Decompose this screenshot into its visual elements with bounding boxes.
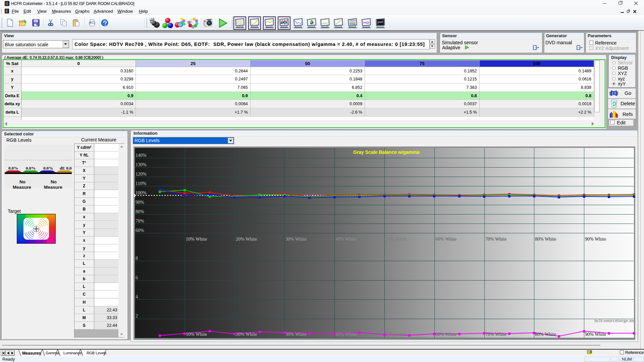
svg-text:20% White: 20% White [236, 237, 257, 242]
svg-text:6: 6 [136, 275, 138, 280]
svg-text:90% White: 90% White [585, 237, 606, 242]
svg-text:130%: 130% [136, 162, 147, 167]
svg-text:80%: 80% [136, 209, 144, 214]
svg-text:50% White: 50% White [385, 237, 407, 242]
svg-text:50% White: 50% White [385, 332, 407, 337]
svg-text:100%: 100% [136, 190, 147, 195]
svg-text:90%: 90% [136, 200, 144, 205]
svg-text:2: 2 [136, 313, 138, 318]
svg-text:60% White: 60% White [435, 237, 457, 242]
svg-text:90% White: 90% White [585, 332, 606, 337]
svg-text:40% White: 40% White [335, 332, 357, 337]
svg-text:4: 4 [136, 294, 138, 299]
svg-text:60% White: 60% White [435, 332, 457, 337]
svg-text:30% White: 30% White [285, 332, 307, 337]
svg-text:10% White: 10% White [186, 332, 207, 337]
svg-text:110%: 110% [136, 181, 146, 186]
svg-text:80% White: 80% White [535, 237, 556, 242]
svg-text:40% White: 40% White [335, 237, 357, 242]
svg-text:60%: 60% [136, 228, 144, 233]
svg-text:80% White: 80% White [535, 332, 556, 337]
svg-text:120%: 120% [136, 172, 147, 177]
svg-text:70%: 70% [136, 219, 144, 224]
svg-text:30% White: 30% White [285, 237, 307, 242]
svg-text:20% White: 20% White [236, 332, 257, 337]
svg-text:10% White: 10% White [186, 237, 207, 242]
svg-text:140%: 140% [136, 153, 147, 158]
svg-text:70% White: 70% White [485, 332, 506, 337]
svg-text:70% White: 70% White [485, 237, 506, 242]
svg-text:8: 8 [136, 256, 138, 261]
svg-text:Gray Scale Balance w/gamma: Gray Scale Balance w/gamma [353, 149, 420, 155]
